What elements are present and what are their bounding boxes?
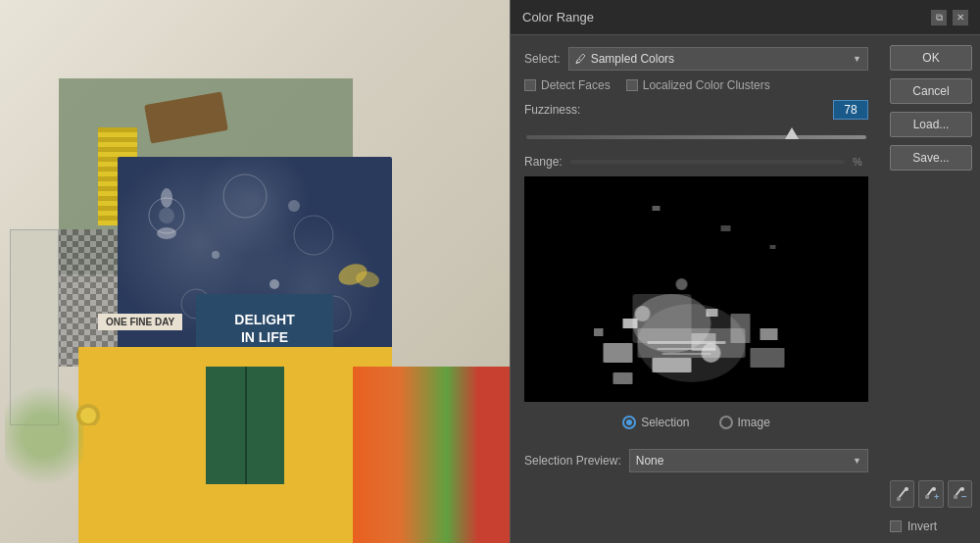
selection-preview-row: Selection Preview: None ▼	[524, 443, 868, 478]
svg-point-9	[157, 227, 176, 239]
preview-chevron-icon: ▼	[853, 456, 861, 466]
svg-point-43	[905, 487, 908, 491]
slider-thumb[interactable]	[785, 127, 799, 139]
range-percent-label: %	[853, 156, 868, 168]
selection-radio[interactable]	[622, 416, 636, 429]
select-dropdown[interactable]: 🖊 Sampled Colors ▼	[568, 47, 868, 71]
svg-rect-33	[653, 206, 661, 211]
svg-point-16	[80, 408, 96, 423]
svg-rect-32	[594, 328, 604, 336]
selection-label: Selection	[641, 416, 689, 429]
image-radio-item[interactable]: Image	[719, 416, 770, 429]
svg-point-13	[212, 251, 220, 259]
save-button[interactable]: Save...	[890, 145, 972, 171]
fuzziness-value[interactable]: 78	[833, 100, 868, 120]
localized-color-item[interactable]: Localized Color Clusters	[626, 78, 770, 92]
close-button[interactable]: ✕	[953, 10, 968, 25]
radio-row: Selection Image	[524, 410, 868, 435]
svg-rect-34	[721, 225, 731, 231]
eyedropper-tools: + −	[890, 480, 972, 508]
ok-button[interactable]: OK	[890, 45, 972, 71]
range-track[interactable]	[570, 160, 845, 164]
checkboxes-row: Detect Faces Localized Color Clusters	[524, 78, 868, 92]
selection-preview-dropdown[interactable]: None ▼	[629, 449, 868, 472]
detect-faces-label: Detect Faces	[541, 78, 611, 92]
eyedropper-icon: 🖊	[575, 53, 586, 65]
select-value: Sampled Colors	[591, 52, 674, 66]
load-button[interactable]: Load...	[890, 112, 972, 137]
slider-track	[526, 135, 866, 139]
invert-label: Invert	[907, 519, 937, 533]
dialog-title: Color Range	[522, 10, 594, 25]
svg-rect-39	[658, 348, 716, 350]
eyedropper-add-button[interactable]: +	[918, 480, 943, 508]
svg-point-1	[159, 208, 174, 223]
detect-faces-item[interactable]: Detect Faces	[524, 78, 611, 92]
restore-button[interactable]: ⧉	[931, 10, 947, 25]
svg-point-28	[676, 278, 688, 290]
svg-text:−: −	[961, 491, 967, 502]
invert-row[interactable]: Invert	[890, 519, 972, 533]
preview-area	[524, 176, 868, 402]
eyedropper-subtract-button[interactable]: −	[948, 480, 972, 508]
svg-rect-25	[751, 348, 785, 368]
fuzziness-row: Fuzziness: 78	[524, 100, 868, 120]
dialog-content: Select: 🖊 Sampled Colors ▼ Detect Faces	[511, 35, 980, 543]
color-range-dialog: Color Range ⧉ ✕ Select: 🖊 Sampled Colors…	[510, 0, 980, 543]
svg-rect-42	[897, 497, 901, 501]
svg-point-8	[161, 188, 172, 208]
range-row: Range: %	[524, 155, 868, 169]
fuzziness-slider[interactable]	[526, 127, 866, 147]
sign-text: DELIGHTIN LIFE	[234, 311, 294, 346]
svg-rect-31	[760, 328, 778, 340]
svg-rect-20	[604, 343, 633, 363]
svg-rect-38	[648, 341, 726, 344]
image-radio[interactable]	[719, 416, 733, 429]
svg-rect-35	[770, 245, 776, 249]
chevron-down-icon: ▼	[853, 54, 861, 64]
selection-radio-dot	[626, 420, 632, 425]
title-bar: Color Range ⧉ ✕	[511, 0, 980, 35]
svg-point-3	[294, 216, 333, 255]
dialog-right-panel: OK Cancel Load... Save...	[882, 35, 980, 543]
selection-radio-item[interactable]: Selection	[622, 416, 689, 429]
background-image: DELIGHTIN LIFE ONE FINE DAY	[0, 0, 510, 543]
svg-point-12	[270, 279, 279, 289]
svg-rect-29	[623, 319, 638, 328]
svg-rect-40	[662, 353, 711, 355]
svg-point-14	[288, 200, 300, 212]
image-label: Image	[738, 416, 770, 429]
dialog-left-panel: Select: 🖊 Sampled Colors ▼ Detect Faces	[511, 35, 882, 543]
localized-color-label: Localized Color Clusters	[643, 78, 770, 92]
title-controls: ⧉ ✕	[931, 10, 968, 25]
select-label: Select:	[524, 52, 561, 66]
detect-faces-checkbox[interactable]	[524, 79, 536, 91]
svg-rect-49	[954, 495, 957, 499]
svg-text:+: +	[934, 492, 939, 502]
eyedropper-normal-button[interactable]	[890, 480, 914, 508]
svg-rect-45	[925, 495, 929, 499]
select-row: Select: 🖊 Sampled Colors ▼	[524, 47, 868, 71]
selection-preview-value: None	[636, 454, 664, 468]
svg-point-46	[932, 487, 936, 491]
localized-color-checkbox[interactable]	[626, 79, 638, 91]
fuzziness-label: Fuzziness:	[524, 103, 580, 117]
invert-checkbox[interactable]	[890, 520, 902, 532]
selection-preview-label: Selection Preview:	[524, 454, 621, 468]
preview-svg	[524, 176, 868, 402]
range-label: Range:	[524, 155, 563, 169]
one-fine-day-label: ONE FINE DAY	[98, 314, 182, 330]
svg-point-2	[223, 174, 267, 218]
svg-rect-24	[613, 372, 633, 384]
cancel-button[interactable]: Cancel	[890, 78, 972, 104]
